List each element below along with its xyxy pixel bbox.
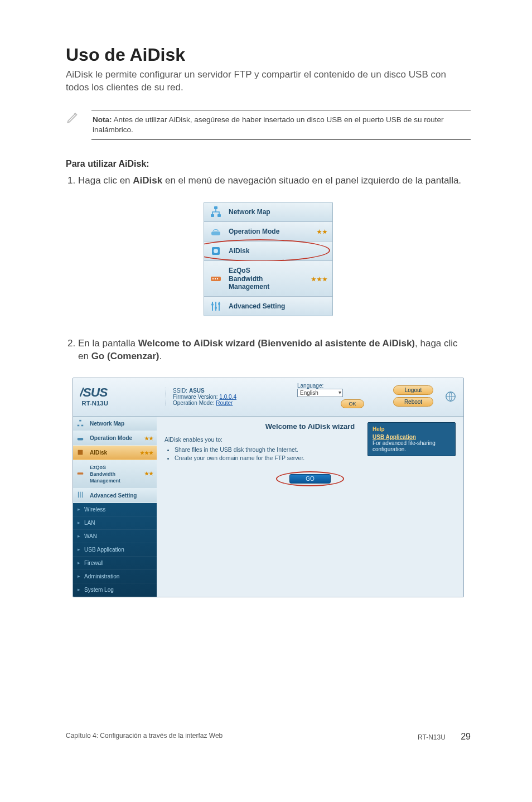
operation-mode-icon [209, 224, 223, 239]
sidebar-item-wireless[interactable]: Wireless [73, 503, 157, 516]
intro-text: AiDisk le permite configurar un servidor… [66, 69, 471, 94]
svg-rect-20 [78, 450, 83, 455]
stars-icon: ★★ [144, 471, 153, 477]
advanced-setting-icon [209, 299, 223, 313]
go-button[interactable]: GO [289, 474, 331, 484]
svg-rect-7 [212, 278, 214, 279]
sidebar-item-network-map[interactable]: Network Map [73, 417, 157, 431]
svg-text:/SUS: /SUS [80, 385, 108, 399]
pencil-icon [66, 110, 80, 127]
svg-point-11 [215, 307, 217, 309]
ezqos-icon [209, 272, 223, 286]
language-block: Language: English OK [297, 383, 364, 410]
highlight-ellipse: GO [276, 471, 344, 486]
svg-rect-8 [215, 278, 216, 279]
ezqos-icon [76, 470, 85, 479]
footer-model: RT-N13U [418, 733, 446, 741]
svg-rect-1 [211, 214, 214, 217]
sidebar-item-lan[interactable]: LAN [73, 516, 157, 530]
sidebar-item-usb-application[interactable]: USB Application [73, 543, 157, 557]
sidebar-item-administration[interactable]: Administration [73, 570, 157, 583]
svg-point-12 [218, 303, 220, 305]
svg-rect-9 [217, 278, 218, 279]
page-number: 29 [461, 732, 471, 741]
advanced-setting-icon [76, 491, 85, 500]
router-sidebar: Network Map Operation Mode★★ AIDisk★★★ E… [73, 417, 157, 597]
reboot-button[interactable]: Reboot [393, 397, 433, 407]
aidisk-icon [76, 448, 85, 457]
firmware-link[interactable]: 1.0.0.4 [219, 394, 236, 400]
note-text: Antes de utilizar AiDisk, asegúrese de h… [93, 115, 444, 134]
opmode-link[interactable]: Router [216, 400, 233, 406]
svg-rect-21 [78, 472, 84, 475]
stars-icon: ★★★ [311, 276, 328, 282]
svg-rect-3 [211, 231, 220, 235]
svg-point-5 [214, 249, 218, 253]
svg-rect-17 [78, 424, 80, 426]
step-1: Haga clic en AiDisk en el menú de navega… [78, 175, 471, 187]
router-main: Welcome to AiDisk wizard AiDisk enables … [157, 417, 463, 597]
note-box: Nota: Antes de utilizar AiDisk, asegúres… [91, 110, 471, 140]
help-usb-application-link[interactable]: USB Application [373, 434, 416, 440]
footer-chapter: Capítulo 4: Configuración a través de la… [66, 732, 223, 742]
figure-router-ui: /SUS RT-N13U SSID: ASUS Firmware Version… [66, 378, 471, 597]
svg-rect-19 [78, 438, 84, 440]
svg-point-10 [211, 303, 214, 306]
nav-ezqos[interactable]: EzQoSBandwidthManagement ★★★ [204, 261, 332, 297]
section-head: Para utilizar AiDisk: [66, 159, 471, 169]
nav-ezqos-label: EzQoSBandwidthManagement [229, 267, 269, 291]
sidebar-item-wan[interactable]: WAN [73, 530, 157, 543]
nav-advanced-setting[interactable]: Advanced Setting [204, 297, 332, 316]
nav-operation-mode[interactable]: Operation Mode ★★ [204, 222, 332, 241]
aidisk-icon [209, 244, 223, 258]
network-map-icon [76, 419, 85, 428]
globe-icon [444, 390, 457, 403]
stars-icon: ★★ [317, 229, 328, 235]
svg-rect-18 [81, 424, 84, 426]
language-select[interactable]: English [297, 389, 343, 397]
help-box: Help USB Application For advanced file-s… [367, 422, 456, 456]
svg-rect-0 [214, 206, 217, 209]
svg-rect-2 [217, 214, 221, 217]
svg-rect-16 [79, 420, 81, 422]
svg-text:RT-N13U: RT-N13U [82, 400, 108, 407]
sidebar-item-aidisk[interactable]: AIDisk★★★ [73, 446, 157, 460]
nav-network-map[interactable]: Network Map [204, 202, 332, 222]
nav-aidisk[interactable]: AiDisk [204, 241, 332, 261]
page-title: Uso de AiDisk [66, 45, 471, 65]
sidebar-item-system-log[interactable]: System Log [73, 583, 157, 597]
operation-mode-icon [76, 434, 85, 443]
stars-icon: ★★ [144, 436, 153, 441]
note-label: Nota: [93, 115, 112, 124]
router-meta: SSID: ASUS Firmware Version: 1.0.0.4 Ope… [166, 388, 289, 406]
stars-icon: ★★★ [140, 450, 153, 456]
asus-logo: /SUS RT-N13U [80, 385, 158, 408]
network-map-icon [209, 205, 223, 219]
figure-nav-panel: Network Map Operation Mode ★★ AiDisk [66, 202, 471, 318]
ok-button[interactable]: OK [341, 399, 364, 408]
help-head: Help [373, 426, 451, 432]
sidebar-item-advanced-setting[interactable]: Advanced Setting [73, 489, 157, 503]
sidebar-item-firewall[interactable]: Firewall [73, 557, 157, 570]
logout-button[interactable]: Logout [393, 385, 433, 395]
step-2: En la pantalla Welcome to AiDisk wizard … [78, 337, 471, 363]
help-text: For advanced file-sharing configuration. [373, 440, 451, 452]
sidebar-item-ezqos[interactable]: EzQoSBandwidthManagement★★ [73, 460, 157, 489]
sidebar-item-operation-mode[interactable]: Operation Mode★★ [73, 431, 157, 446]
